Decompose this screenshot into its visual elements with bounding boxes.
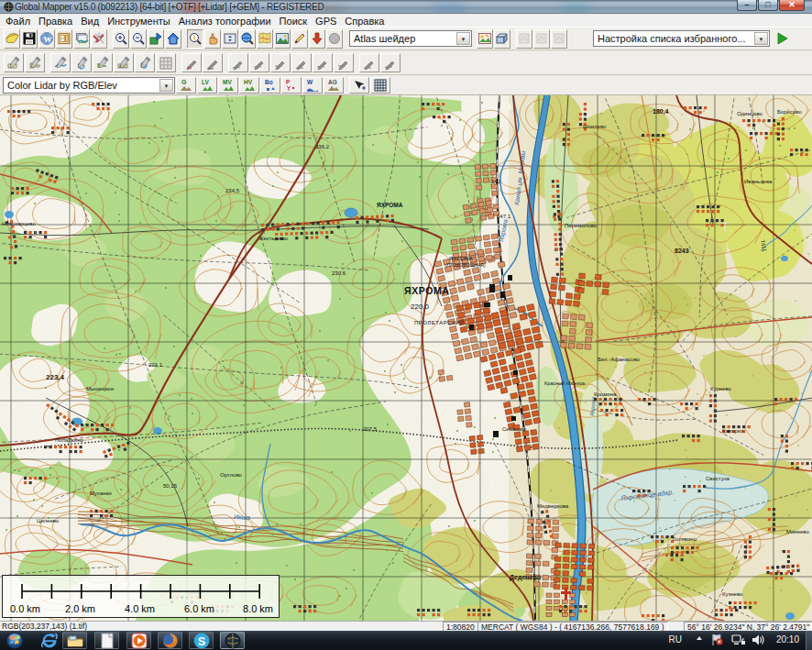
svg-text:Bo: Bo (265, 79, 273, 85)
svg-text:LV: LV (202, 79, 209, 85)
svg-text:W: W (307, 79, 313, 85)
svg-text:G: G (181, 79, 187, 85)
svg-text:MV: MV (223, 79, 232, 85)
svg-text:W: W (44, 35, 52, 44)
svg-text:S: S (197, 634, 204, 647)
svg-text:HV: HV (244, 79, 253, 85)
svg-text:P: P (286, 79, 291, 85)
svg-text:AG: AG (328, 79, 337, 85)
